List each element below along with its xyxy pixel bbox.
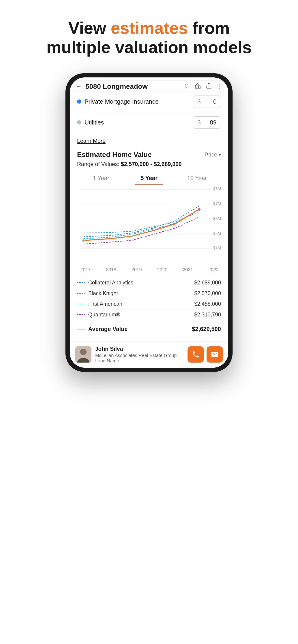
x-label-2017: 2017 [80, 267, 91, 272]
pmi-input[interactable]: $ 0 [193, 96, 221, 108]
pmi-row: Private Mortgage Insurance $ 0 [77, 91, 221, 112]
legend-left-0: Collateral Analytics [77, 280, 133, 286]
chart-svg: $8M $7M $6M $5M $4M [77, 185, 221, 264]
agent-photo [75, 346, 91, 362]
legend-item-3: Quantarium® $2,310,790 [77, 310, 221, 320]
headline-prefix: View [69, 19, 111, 37]
avg-label: Average Value [88, 326, 128, 332]
chart-x-labels: 2017 2018 2019 2020 2021 2022 [77, 267, 221, 272]
content-area: Private Mortgage Insurance $ 0 Utilities… [70, 91, 228, 341]
svg-text:$8M: $8M [213, 186, 221, 191]
back-button[interactable]: ← [75, 83, 82, 90]
more-icon[interactable]: ⋮ [217, 83, 223, 90]
legend-item-0: Collateral Analytics $2,689,000 [77, 278, 221, 288]
year-tabs: 1 Year 5 Year 10 Year [77, 172, 221, 185]
utilities-label: Utilities [85, 119, 104, 126]
top-nav: ← 5080 Longmeadow ♡ ⋮ [70, 81, 228, 91]
pmi-label: Private Mortgage Insurance [85, 98, 159, 105]
range-prefix: Range of Values: [77, 161, 121, 167]
x-label-2021: 2021 [183, 267, 193, 272]
tab-10year[interactable]: 10 Year [173, 172, 221, 185]
agent-avatar [75, 346, 91, 362]
phone-icon [192, 350, 200, 358]
svg-text:$7M: $7M [213, 201, 221, 206]
legend-dash-1 [77, 293, 85, 294]
legend-name-2: First American [88, 301, 122, 307]
svg-marker-12 [198, 208, 200, 211]
headline: View estimates from multiple valuation m… [45, 18, 253, 57]
agent-company: McLellan Associates Real Estate Group Lo… [95, 353, 184, 364]
home-value-chart: $8M $7M $6M $5M $4M [77, 185, 221, 264]
email-button[interactable] [207, 346, 223, 362]
price-label: Price [204, 152, 217, 158]
svg-point-14 [80, 349, 87, 355]
avg-value: $2,629,500 [192, 326, 221, 332]
legend-name-3: Quantarium® [88, 312, 120, 318]
average-row: Average Value $2,629,500 [77, 323, 221, 334]
agent-actions [187, 346, 223, 362]
legend-value-1: $2,570,000 [194, 290, 221, 296]
legend-value-0: $2,689,000 [194, 280, 221, 286]
phone-shell: ← 5080 Longmeadow ♡ ⋮ Private Mortgage I… [66, 73, 232, 372]
nav-title: 5080 Longmeadow [85, 82, 181, 90]
avg-left: Average Value [77, 326, 128, 332]
legend-dash-2 [77, 304, 85, 304]
legend-item-1: Black Knight $2,570,000 [77, 288, 221, 299]
range-text: Range of Values: $2,570,000 - $2,689,000 [77, 161, 221, 168]
utilities-dot [77, 120, 81, 124]
agent-name: John Silva [95, 346, 184, 352]
legend-left-1: Black Knight [77, 290, 118, 296]
x-label-2019: 2019 [132, 267, 142, 272]
utilities-left: Utilities [77, 119, 104, 126]
legend-value-3: $2,310,790 [194, 312, 221, 318]
favorite-icon[interactable]: ♡ [184, 83, 190, 90]
pmi-value: 0 [213, 98, 216, 105]
share-icon[interactable] [206, 82, 212, 91]
home-icon[interactable] [194, 82, 201, 91]
legend-name-1: Black Knight [88, 290, 118, 296]
avg-line-icon [77, 329, 85, 330]
legend-dash-0 [77, 282, 85, 283]
legend-value-2: $2,488,000 [194, 301, 221, 307]
legend-left-3: Quantarium® [77, 312, 120, 318]
utilities-value: 89 [210, 119, 216, 126]
utilities-input[interactable]: $ 89 [193, 116, 221, 129]
ehv-header: Estimated Home Value Price ▾ [77, 151, 221, 158]
email-icon [211, 350, 219, 358]
x-label-2018: 2018 [106, 267, 116, 272]
price-selector[interactable]: Price ▾ [204, 152, 221, 158]
agent-bar: John Silva McLellan Associates Real Esta… [70, 341, 228, 368]
pmi-dot [77, 100, 81, 104]
legend-dash-3 [77, 314, 85, 315]
tab-1year[interactable]: 1 Year [77, 172, 125, 185]
phone-screen: ← 5080 Longmeadow ♡ ⋮ Private Mortgage I… [70, 78, 228, 368]
legend-item-2: First American $2,488,000 [77, 299, 221, 310]
price-chevron-icon: ▾ [219, 152, 221, 158]
svg-marker-11 [82, 238, 85, 242]
svg-text:$4M: $4M [213, 246, 221, 250]
range-value: $2,570,000 - $2,689,000 [121, 161, 182, 167]
ehv-title: Estimated Home Value [77, 151, 152, 158]
x-label-2020: 2020 [157, 267, 168, 272]
svg-text:$6M: $6M [213, 216, 221, 221]
tab-5year[interactable]: 5 Year [125, 172, 173, 185]
svg-text:$5M: $5M [213, 231, 221, 236]
utilities-row: Utilities $ 89 [77, 112, 221, 133]
learn-more-link[interactable]: Learn More [77, 138, 106, 144]
headline-accent: estimates [111, 19, 188, 37]
legend-name-0: Collateral Analytics [88, 280, 133, 286]
pmi-dollar: $ [197, 98, 200, 105]
utilities-dollar: $ [197, 119, 200, 126]
legend-left-2: First American [77, 301, 122, 307]
call-button[interactable] [187, 346, 204, 362]
nav-icons: ♡ ⋮ [184, 82, 223, 91]
x-label-2022: 2022 [208, 267, 219, 272]
legend-list: Collateral Analytics $2,689,000 Black Kn… [77, 278, 221, 320]
pmi-left: Private Mortgage Insurance [77, 98, 159, 105]
scroll-offset-top [70, 78, 228, 81]
agent-info: John Silva McLellan Associates Real Esta… [95, 346, 184, 364]
